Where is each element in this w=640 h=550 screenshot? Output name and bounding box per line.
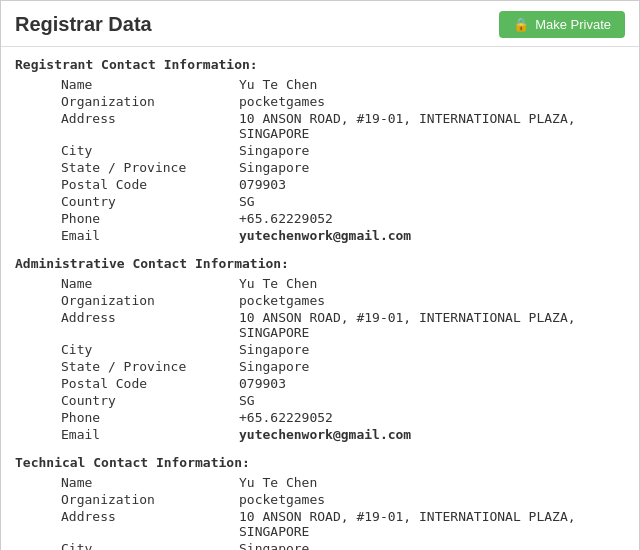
table-row: CitySingapore [15, 540, 625, 550]
field-label: Address [15, 309, 235, 341]
table-row: Organizationpocketgames [15, 491, 625, 508]
field-label: City [15, 341, 235, 358]
field-value: yutechenwork@gmail.com [235, 426, 625, 443]
section-title-administrative: Administrative Contact Information: [15, 256, 625, 271]
table-row: Emailyutechenwork@gmail.com [15, 426, 625, 443]
table-row: Postal Code079903 [15, 375, 625, 392]
table-row: Address10 ANSON ROAD, #19-01, INTERNATIO… [15, 309, 625, 341]
field-label: State / Province [15, 159, 235, 176]
table-row: NameYu Te Chen [15, 275, 625, 292]
make-private-button[interactable]: 🔒 Make Private [499, 11, 625, 38]
field-label: State / Province [15, 358, 235, 375]
field-value: +65.62229052 [235, 409, 625, 426]
contact-table-administrative: NameYu Te ChenOrganizationpocketgamesAdd… [15, 275, 625, 443]
contact-table-registrant: NameYu Te ChenOrganizationpocketgamesAdd… [15, 76, 625, 244]
section-title-technical: Technical Contact Information: [15, 455, 625, 470]
field-value: pocketgames [235, 93, 625, 110]
field-label: Organization [15, 491, 235, 508]
field-label: Country [15, 193, 235, 210]
contact-table-technical: NameYu Te ChenOrganizationpocketgamesAdd… [15, 474, 625, 550]
section-administrative: Administrative Contact Information:NameY… [15, 256, 625, 443]
field-label: Address [15, 508, 235, 540]
field-value: 079903 [235, 176, 625, 193]
field-value: pocketgames [235, 491, 625, 508]
table-row: CountrySG [15, 392, 625, 409]
table-row: CountrySG [15, 193, 625, 210]
field-label: Postal Code [15, 375, 235, 392]
field-label: Name [15, 76, 235, 93]
field-value: pocketgames [235, 292, 625, 309]
table-row: NameYu Te Chen [15, 474, 625, 491]
field-label: Address [15, 110, 235, 142]
field-value: Yu Te Chen [235, 275, 625, 292]
lock-icon: 🔒 [513, 17, 529, 32]
field-value: Singapore [235, 341, 625, 358]
field-value: SG [235, 392, 625, 409]
page-title: Registrar Data [15, 13, 152, 36]
field-value: yutechenwork@gmail.com [235, 227, 625, 244]
field-label: Postal Code [15, 176, 235, 193]
section-registrant: Registrant Contact Information:NameYu Te… [15, 57, 625, 244]
table-row: Phone+65.62229052 [15, 409, 625, 426]
table-row: State / ProvinceSingapore [15, 358, 625, 375]
field-value: Singapore [235, 159, 625, 176]
field-value: 10 ANSON ROAD, #19-01, INTERNATIONAL PLA… [235, 508, 625, 540]
field-label: Email [15, 426, 235, 443]
table-row: CitySingapore [15, 142, 625, 159]
table-row: Address10 ANSON ROAD, #19-01, INTERNATIO… [15, 110, 625, 142]
field-value: +65.62229052 [235, 210, 625, 227]
field-label: Name [15, 275, 235, 292]
field-label: Name [15, 474, 235, 491]
table-row: CitySingapore [15, 341, 625, 358]
page-wrapper: Registrar Data 🔒 Make Private Registrant… [0, 0, 640, 550]
field-label: City [15, 540, 235, 550]
field-label: Country [15, 392, 235, 409]
field-value: Singapore [235, 540, 625, 550]
field-value: 079903 [235, 375, 625, 392]
field-label: Organization [15, 93, 235, 110]
table-row: Organizationpocketgames [15, 93, 625, 110]
field-value: Yu Te Chen [235, 76, 625, 93]
table-row: Address10 ANSON ROAD, #19-01, INTERNATIO… [15, 508, 625, 540]
field-label: City [15, 142, 235, 159]
table-row: Organizationpocketgames [15, 292, 625, 309]
table-row: Postal Code079903 [15, 176, 625, 193]
section-title-registrant: Registrant Contact Information: [15, 57, 625, 72]
field-label: Organization [15, 292, 235, 309]
field-value: 10 ANSON ROAD, #19-01, INTERNATIONAL PLA… [235, 309, 625, 341]
content: Registrant Contact Information:NameYu Te… [1, 47, 639, 550]
make-private-label: Make Private [535, 17, 611, 32]
table-row: State / ProvinceSingapore [15, 159, 625, 176]
field-value: SG [235, 193, 625, 210]
field-value: Singapore [235, 358, 625, 375]
field-label: Phone [15, 409, 235, 426]
field-label: Email [15, 227, 235, 244]
field-value: 10 ANSON ROAD, #19-01, INTERNATIONAL PLA… [235, 110, 625, 142]
table-row: Phone+65.62229052 [15, 210, 625, 227]
table-row: Emailyutechenwork@gmail.com [15, 227, 625, 244]
table-row: NameYu Te Chen [15, 76, 625, 93]
header: Registrar Data 🔒 Make Private [1, 1, 639, 47]
field-label: Phone [15, 210, 235, 227]
section-technical: Technical Contact Information:NameYu Te … [15, 455, 625, 550]
field-value: Singapore [235, 142, 625, 159]
field-value: Yu Te Chen [235, 474, 625, 491]
